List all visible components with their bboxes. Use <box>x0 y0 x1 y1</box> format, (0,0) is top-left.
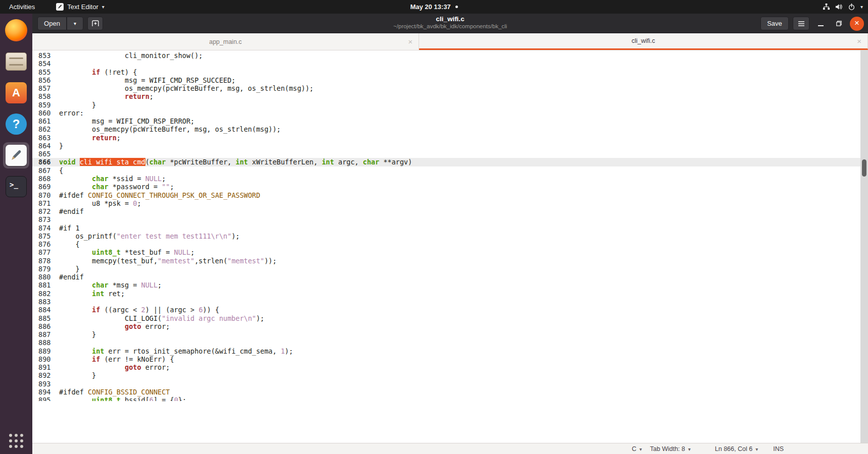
line-number: 857 <box>38 84 50 92</box>
code-line[interactable]: 865 <box>32 150 868 158</box>
close-icon[interactable]: × <box>408 37 413 46</box>
chevron-down-icon: ▾ <box>102 4 105 10</box>
activities-button[interactable]: Activities <box>0 0 44 14</box>
line-number: 860 <box>38 109 50 117</box>
code-line[interactable]: 860error: <box>32 109 868 117</box>
code-line[interactable]: 873 <box>32 215 868 223</box>
insert-mode-label: INS <box>773 445 784 452</box>
code-line[interactable]: 891 goto error; <box>32 363 868 371</box>
code-line[interactable]: 881 char *msg = NULL; <box>32 281 868 289</box>
code-line[interactable]: 874#if 1 <box>32 224 868 232</box>
dock-item-ubuntu-software[interactable] <box>3 80 29 106</box>
line-number: 893 <box>38 380 50 388</box>
gnome-top-bar: Activities Text Editor ▾ May 20 13:37 ▾ <box>0 0 868 14</box>
code-text: #ifdef CONFIG_CONNECT_THROUGH_PSK_OR_SAE… <box>59 191 260 199</box>
code-line[interactable]: 878 memcpy(test_buf,"memtest",strlen("me… <box>32 257 868 265</box>
code-line[interactable]: 872#endif <box>32 207 868 215</box>
code-line[interactable]: 877 uint8_t *test_buf = NULL; <box>32 248 868 256</box>
document-title: cli_wifi.c <box>393 15 507 23</box>
code-line[interactable]: 893 <box>32 380 868 388</box>
dock-item-terminal[interactable] <box>3 174 29 200</box>
cursor-position-label: Ln 866, Col 6 <box>715 445 752 452</box>
code-line[interactable]: 854 <box>32 60 868 68</box>
line-number: 856 <box>38 76 50 84</box>
open-button-group: Open ▾ <box>37 17 83 30</box>
code-line[interactable]: 861 msg = WIFI_CMD_RSP_ERROR; <box>32 117 868 125</box>
save-button[interactable]: Save <box>760 17 789 30</box>
code-line[interactable]: 869 char *password = ""; <box>32 183 868 191</box>
system-status-area[interactable]: ▾ <box>823 0 863 14</box>
power-icon <box>848 3 855 11</box>
restore-button[interactable] <box>832 17 846 31</box>
close-button[interactable]: × <box>850 17 864 31</box>
new-tab-button[interactable] <box>87 17 103 30</box>
show-applications-button[interactable] <box>9 434 23 448</box>
clock-button[interactable]: May 20 13:37 <box>410 0 457 14</box>
minimize-button[interactable] <box>813 17 828 31</box>
editor-area[interactable]: 853 cli_monitor_show();854855 if (!ret) … <box>32 50 868 443</box>
code-line[interactable]: 864} <box>32 142 868 150</box>
code-line[interactable]: 889 int err = rtos_init_semaphore(&wifi_… <box>32 347 868 355</box>
code-text: } <box>59 142 63 150</box>
code-line[interactable]: 887 } <box>32 330 868 338</box>
code-line[interactable]: 866void cli_wifi_sta_cmd(char *pcWriteBu… <box>32 158 868 166</box>
dock-item-text-editor[interactable] <box>3 142 29 168</box>
code-text: #ifdef CONFIG_BSSID_CONNECT <box>59 388 170 396</box>
code-line[interactable]: 875 os_printf("enter test mem test111\r\… <box>32 232 868 240</box>
code-line[interactable]: 859 } <box>32 101 868 109</box>
code-text: if ((argc < 2) || (argc > 6)) { <box>59 306 219 314</box>
code-line[interactable]: 895 uint8_t bssid[6] = {0}; <box>32 396 868 401</box>
app-menu-button[interactable]: Text Editor ▾ <box>56 0 104 14</box>
insert-mode-indicator[interactable]: INS <box>773 445 784 452</box>
code-text: os_printf("enter test mem test111\r\n"); <box>59 232 240 240</box>
code-line[interactable]: 886 goto error; <box>32 322 868 330</box>
code-line[interactable]: 867{ <box>32 166 868 175</box>
cursor-position-selector[interactable]: Ln 866, Col 6 <box>715 445 758 452</box>
line-number: 873 <box>38 215 50 223</box>
code-line[interactable]: 853 cli_monitor_show(); <box>32 51 868 60</box>
code-line[interactable]: 863 return; <box>32 134 868 142</box>
code-line[interactable]: 888 <box>32 338 868 347</box>
code-line[interactable]: 862 os_memcpy(pcWriteBuffer, msg, os_str… <box>32 125 868 133</box>
tab-app-main[interactable]: app_main.c × <box>32 33 419 50</box>
code-line[interactable]: 882 int ret; <box>32 290 868 298</box>
network-icon <box>823 3 830 11</box>
open-dropdown-button[interactable]: ▾ <box>67 17 83 30</box>
code-line[interactable]: 876 { <box>32 240 868 248</box>
code-text: } <box>59 371 96 379</box>
code-line[interactable]: 857 os_memcpy(pcWriteBuffer, msg, os_str… <box>32 84 868 92</box>
code-line[interactable]: 890 if (err != kNoErr) { <box>32 355 868 363</box>
line-number: 870 <box>38 191 50 199</box>
dock-item-firefox[interactable] <box>3 17 29 43</box>
code-line[interactable]: 880#endif <box>32 273 868 281</box>
code-line[interactable]: 883 <box>32 298 868 306</box>
code-line[interactable]: 884 if ((argc < 2) || (argc > 6)) { <box>32 306 868 314</box>
code-line[interactable]: 871 u8 *psk = 0; <box>32 199 868 207</box>
language-selector[interactable]: C <box>632 445 642 452</box>
close-icon: × <box>854 19 859 27</box>
code-line[interactable]: 879 } <box>32 265 868 273</box>
code-line[interactable]: 894#ifdef CONFIG_BSSID_CONNECT <box>32 388 868 396</box>
clock-label: May 20 13:37 <box>410 3 450 11</box>
open-button[interactable]: Open <box>37 17 67 30</box>
code-line[interactable]: 892 } <box>32 371 868 379</box>
dock-item-files[interactable] <box>3 48 29 75</box>
tab-cli-wifi[interactable]: cli_wifi.c × <box>419 33 868 50</box>
code-line[interactable]: 885 CLI_LOGI("invalid argc number\n"); <box>32 314 868 322</box>
chevron-down-icon <box>688 445 691 452</box>
header-bar: Open ▾ cli_wifi.c ~/project/bk_avdk/bk_i… <box>32 14 868 33</box>
tab-width-selector[interactable]: Tab Width: 8 <box>650 445 691 452</box>
code-line[interactable]: 856 msg = WIFI_CMD_RSP_SUCCEED; <box>32 76 868 84</box>
dock-item-help[interactable] <box>3 111 29 137</box>
code-line[interactable]: 870#ifdef CONFIG_CONNECT_THROUGH_PSK_OR_… <box>32 191 868 199</box>
code-line[interactable]: 858 return; <box>32 92 868 100</box>
scrollbar-track[interactable] <box>860 50 868 443</box>
line-number: 892 <box>38 371 50 379</box>
help-icon <box>6 114 27 135</box>
scrollbar-thumb[interactable] <box>862 159 866 177</box>
code-line[interactable]: 855 if (!ret) { <box>32 68 868 76</box>
new-tab-icon <box>91 20 99 27</box>
close-icon[interactable]: × <box>857 37 861 45</box>
menu-button[interactable] <box>793 17 809 30</box>
code-line[interactable]: 868 char *ssid = NULL; <box>32 175 868 183</box>
